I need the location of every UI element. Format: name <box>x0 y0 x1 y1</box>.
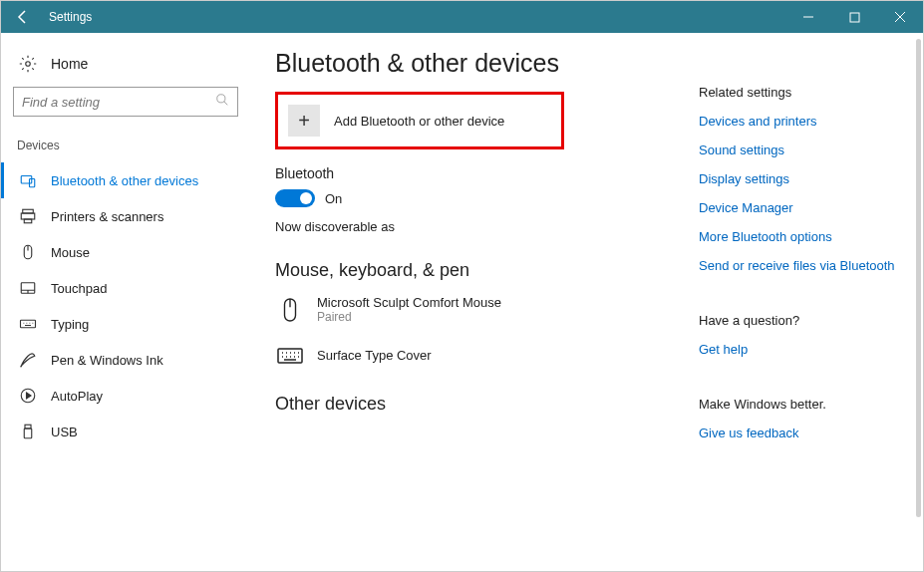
maximize-button[interactable] <box>831 1 877 33</box>
nav-usb[interactable]: USB <box>1 414 243 449</box>
nav-mouse[interactable]: Mouse <box>1 234 243 270</box>
sidebar-section-label: Devices <box>13 139 243 162</box>
nav-label: Pen & Windows Ink <box>51 353 163 368</box>
svg-rect-13 <box>24 429 32 438</box>
mouse-device-icon <box>277 297 303 323</box>
printer-icon <box>19 207 37 225</box>
section-mouse-keyboard-pen: Mouse, keyboard, & pen <box>275 260 679 281</box>
svg-rect-15 <box>278 349 302 363</box>
svg-rect-10 <box>21 320 36 328</box>
usb-icon <box>19 423 37 440</box>
link-more-bluetooth-options[interactable]: More Bluetooth options <box>699 229 905 244</box>
link-get-help[interactable]: Get help <box>699 342 905 357</box>
svg-rect-7 <box>24 219 32 223</box>
touchpad-icon <box>19 279 37 297</box>
page-title: Bluetooth & other devices <box>275 49 679 78</box>
link-devices-printers[interactable]: Devices and printers <box>699 114 905 129</box>
scrollbar[interactable] <box>916 39 921 517</box>
nav-pen-ink[interactable]: Pen & Windows Ink <box>1 342 243 378</box>
nav-label: Typing <box>51 317 89 332</box>
device-row[interactable]: Surface Type Cover <box>275 342 679 368</box>
svg-rect-6 <box>21 213 35 219</box>
nav-label: Printers & scanners <box>51 209 163 224</box>
main-content: Bluetooth & other devices + Add Bluetoot… <box>255 33 699 571</box>
nav-label: Mouse <box>51 245 90 260</box>
bluetooth-label: Bluetooth <box>275 165 679 181</box>
section-other-devices: Other devices <box>275 394 679 415</box>
search-box[interactable] <box>13 87 238 117</box>
plus-icon: + <box>288 105 320 137</box>
make-windows-better-heading: Make Windows better. <box>699 397 905 412</box>
nav-label: AutoPlay <box>51 389 103 404</box>
device-name: Surface Type Cover <box>317 348 432 363</box>
nav-printers-scanners[interactable]: Printers & scanners <box>1 198 243 234</box>
svg-point-1 <box>26 62 31 67</box>
window-title: Settings <box>45 10 92 24</box>
device-status: Paired <box>317 310 501 324</box>
svg-rect-0 <box>850 13 859 22</box>
keyboard-device-icon <box>277 342 303 368</box>
svg-rect-3 <box>21 176 32 184</box>
home-label: Home <box>51 56 88 72</box>
close-button[interactable] <box>877 1 923 33</box>
nav-autoplay[interactable]: AutoPlay <box>1 378 243 414</box>
search-icon <box>215 93 229 111</box>
back-button[interactable] <box>1 1 45 33</box>
gear-icon <box>19 55 37 73</box>
discoverable-text: Now discoverable as <box>275 219 679 234</box>
keyboard-icon <box>19 315 37 333</box>
toggle-state-label: On <box>325 191 342 206</box>
link-give-feedback[interactable]: Give us feedback <box>699 426 905 440</box>
device-name: Microsoft Sculpt Comfort Mouse <box>317 295 501 310</box>
link-send-receive-files[interactable]: Send or receive files via Bluetooth <box>699 258 905 273</box>
minimize-button[interactable] <box>785 1 831 33</box>
search-input[interactable] <box>22 95 215 110</box>
related-settings-heading: Related settings <box>699 85 905 100</box>
link-sound-settings[interactable]: Sound settings <box>699 143 905 157</box>
nav-bluetooth-devices[interactable]: Bluetooth & other devices <box>1 162 243 198</box>
mouse-icon <box>19 243 37 261</box>
autoplay-icon <box>19 387 37 405</box>
bluetooth-toggle[interactable] <box>275 189 315 207</box>
sidebar: Home Devices Bluetooth & other devices P… <box>1 33 255 571</box>
link-device-manager[interactable]: Device Manager <box>699 200 905 215</box>
add-device-button[interactable]: + Add Bluetooth or other device <box>284 101 555 141</box>
devices-icon <box>19 171 37 189</box>
nav-label: USB <box>51 425 78 439</box>
add-device-label: Add Bluetooth or other device <box>334 114 504 129</box>
link-display-settings[interactable]: Display settings <box>699 171 905 186</box>
bluetooth-toggle-row: On <box>275 189 679 207</box>
svg-point-2 <box>217 95 225 103</box>
pen-icon <box>19 351 37 369</box>
nav-typing[interactable]: Typing <box>1 306 243 342</box>
nav-label: Touchpad <box>51 281 107 296</box>
titlebar: Settings <box>1 1 923 33</box>
nav-label: Bluetooth & other devices <box>51 173 198 188</box>
window-controls <box>785 1 923 33</box>
right-column: Related settings Devices and printers So… <box>699 33 923 571</box>
add-device-highlight: + Add Bluetooth or other device <box>275 92 564 149</box>
have-question-heading: Have a question? <box>699 313 905 328</box>
home-button[interactable]: Home <box>13 51 243 87</box>
device-row[interactable]: Microsoft Sculpt Comfort Mouse Paired <box>275 295 679 324</box>
nav-touchpad[interactable]: Touchpad <box>1 270 243 306</box>
